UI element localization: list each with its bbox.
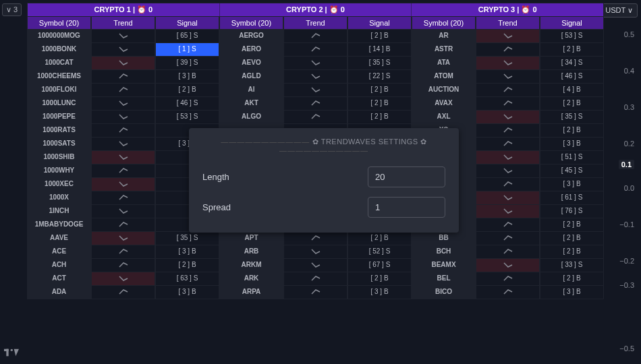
symbol-cell[interactable]: ASTR: [412, 43, 476, 57]
symbol-cell[interactable]: 1000CHEEMS: [27, 70, 91, 84]
trend-cell: [91, 286, 155, 299]
symbol-cell[interactable]: ATA: [412, 57, 476, 70]
length-input[interactable]: [368, 166, 445, 187]
group-header-1[interactable]: CRYPTO 1 | ⏰ 0: [28, 3, 220, 16]
symbol-cell[interactable]: 1000SHIB: [27, 151, 91, 164]
symbol-cell[interactable]: 1000X: [27, 191, 91, 205]
symbol-cell[interactable]: AI: [219, 84, 283, 97]
symbol-cell[interactable]: AAVE: [27, 232, 91, 245]
signal-cell: [ 52 ] S: [347, 245, 412, 259]
spread-input[interactable]: [368, 197, 445, 218]
col-header[interactable]: Trend: [91, 17, 155, 30]
symbol-cell[interactable]: ACH: [27, 259, 91, 272]
col-header[interactable]: Symbol (20): [27, 17, 91, 30]
table-row: 1000CAT[ 39 ] SAEVO[ 35 ] SATA[ 34 ] S: [27, 57, 604, 70]
signal-cell: [ 3 ] B: [155, 245, 219, 259]
group-header-3[interactable]: CRYPTO 3 | ⏰ 0: [412, 3, 603, 16]
col-header[interactable]: Symbol (20): [219, 17, 283, 30]
signal-cell: [ 2 ] B: [540, 43, 604, 57]
trend-cell: [476, 272, 540, 286]
trend-cell: [91, 178, 155, 191]
symbol-cell[interactable]: BEAMX: [412, 259, 476, 272]
quote-dropdown[interactable]: USDT ∨: [601, 3, 638, 18]
col-header[interactable]: Signal: [347, 17, 412, 30]
trend-cell: [91, 259, 155, 272]
symbol-cell[interactable]: AUCTION: [412, 84, 476, 97]
symbol-cell[interactable]: AR: [412, 30, 476, 43]
col-header[interactable]: Signal: [540, 17, 604, 30]
symbol-cell[interactable]: BB: [412, 232, 476, 245]
symbol-cell[interactable]: 1000PEPE: [27, 111, 91, 124]
tradingview-logo: [4, 348, 20, 357]
symbol-cell[interactable]: AXL: [412, 111, 476, 124]
symbol-cell[interactable]: AKT: [219, 97, 283, 111]
symbol-cell[interactable]: AGLD: [219, 70, 283, 84]
symbol-cell[interactable]: APT: [219, 232, 283, 245]
symbol-cell[interactable]: ALGO: [219, 111, 283, 124]
trend-cell: [476, 70, 540, 84]
axis-tick: −0.1: [619, 220, 634, 229]
col-header[interactable]: Trend: [283, 17, 347, 30]
symbol-cell[interactable]: 1000RATS: [27, 124, 91, 138]
symbol-cell[interactable]: ADA: [27, 286, 91, 299]
signal-cell: [ 61 ] S: [540, 191, 604, 205]
symbol-cell[interactable]: ACT: [27, 272, 91, 286]
signal-cell: [ 35 ] S: [155, 232, 219, 245]
symbol-cell[interactable]: 1000WHY: [27, 164, 91, 178]
symbol-cell[interactable]: ARKM: [219, 259, 283, 272]
trend-cell: [91, 232, 155, 245]
col-header[interactable]: Signal: [155, 17, 219, 30]
trend-cell: [283, 97, 347, 111]
trend-cell: [283, 232, 347, 245]
spread-label: Spread: [202, 202, 231, 212]
symbol-cell[interactable]: 1000BONK: [27, 43, 91, 57]
symbol-cell[interactable]: AERGO: [219, 30, 283, 43]
trend-cell: [476, 164, 540, 178]
signal-cell: [ 22 ] S: [347, 70, 412, 84]
symbol-cell[interactable]: ARK: [219, 272, 283, 286]
signal-cell: [ 14 ] B: [347, 43, 412, 57]
trend-cell: [476, 232, 540, 245]
signal-cell: [ 2 ] B: [540, 245, 604, 259]
symbol-cell[interactable]: ATOM: [412, 70, 476, 84]
table-row: AAVE[ 35 ] SAPT[ 2 ] BBB[ 2 ] B: [27, 232, 604, 245]
symbol-cell[interactable]: 1000XEC: [27, 178, 91, 191]
signal-cell: [ 3 ] B: [155, 286, 219, 299]
symbol-cell[interactable]: 1000SATS: [27, 138, 91, 151]
signal-cell: [ 2 ] B: [347, 84, 412, 97]
trend-cell: [91, 30, 155, 43]
trend-cell: [476, 151, 540, 164]
symbol-cell[interactable]: BICO: [412, 286, 476, 299]
symbol-cell[interactable]: ACE: [27, 245, 91, 259]
symbol-cell[interactable]: ARPA: [219, 286, 283, 299]
symbol-cell[interactable]: 1000CAT: [27, 57, 91, 70]
col-header[interactable]: Trend: [476, 17, 540, 30]
symbol-cell[interactable]: BCH: [412, 245, 476, 259]
trend-cell: [476, 218, 540, 232]
trend-cell: [91, 191, 155, 205]
col-header[interactable]: Symbol (20): [412, 17, 476, 30]
trend-cell: [476, 178, 540, 191]
signal-cell: [ 51 ] S: [540, 151, 604, 164]
symbol-cell[interactable]: 1000LUNC: [27, 97, 91, 111]
trend-cell: [91, 43, 155, 57]
symbol-cell[interactable]: AEVO: [219, 57, 283, 70]
symbol-cell[interactable]: AERO: [219, 43, 283, 57]
symbol-cell[interactable]: 1INCH: [27, 205, 91, 218]
symbol-cell[interactable]: 1MBABYDOGE: [27, 218, 91, 232]
symbol-cell[interactable]: AVAX: [412, 97, 476, 111]
symbol-cell[interactable]: ARB: [219, 245, 283, 259]
table-row: ACT[ 63 ] SARK[ 2 ] BBEL[ 2 ] B: [27, 272, 604, 286]
group-header-2[interactable]: CRYPTO 2 | ⏰ 0: [220, 3, 412, 16]
symbol-cell[interactable]: BEL: [412, 272, 476, 286]
axis-tick: 0.2: [624, 140, 634, 148]
layout-dropdown[interactable]: ∨ 3: [2, 3, 22, 16]
signal-cell: [ 34 ] S: [540, 57, 604, 70]
length-label: Length: [202, 172, 229, 182]
signal-cell: [ 2 ] B: [347, 111, 412, 124]
gear-icon: ✿: [420, 138, 427, 146]
trend-cell: [476, 43, 540, 57]
signal-cell: [ 1 ] S: [155, 43, 219, 57]
symbol-cell[interactable]: 1000000MOG: [27, 30, 91, 43]
symbol-cell[interactable]: 1000FLOKI: [27, 84, 91, 97]
